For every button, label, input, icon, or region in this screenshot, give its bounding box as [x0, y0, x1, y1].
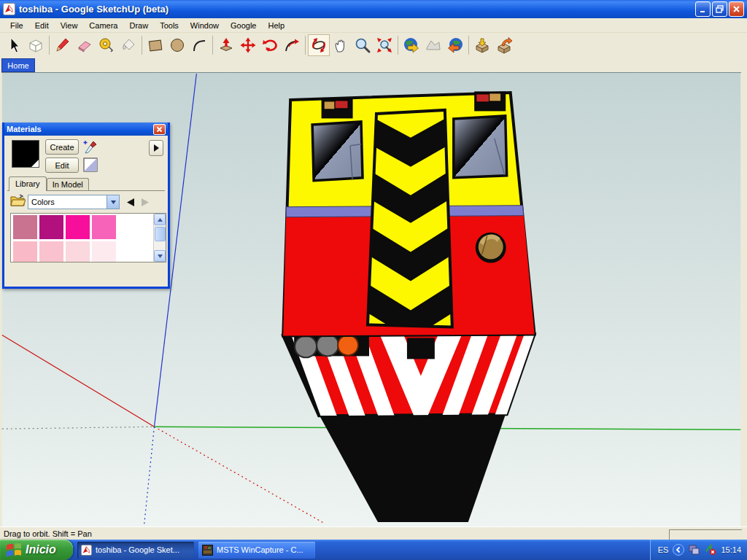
place-model-button[interactable] [444, 34, 466, 56]
rotate-tool-button[interactable] [259, 34, 281, 56]
toolbar [0, 33, 747, 58]
hide-tray-icons-chevron[interactable] [673, 544, 684, 556]
scene-tab-home[interactable]: Home [1, 58, 35, 72]
menu-window[interactable]: Window [185, 20, 225, 31]
color-swatch[interactable] [39, 241, 63, 262]
tab-library[interactable]: Library [9, 176, 47, 191]
menu-draw[interactable]: Draw [123, 20, 154, 31]
select-tool-button[interactable] [3, 34, 25, 56]
share-model-button[interactable] [493, 34, 515, 56]
dropdown-arrow-button[interactable] [107, 195, 119, 209]
restore-button[interactable] [712, 1, 727, 17]
color-swatch[interactable] [92, 241, 116, 262]
toggle-terrain-button[interactable] [422, 34, 444, 56]
materials-tabs: Library In Model [9, 176, 89, 191]
select-arrow-icon [5, 36, 23, 54]
library-back-button[interactable] [125, 197, 136, 207]
materials-close-button[interactable] [153, 124, 166, 135]
language-indicator[interactable]: ES [658, 545, 669, 554]
rectangle-tool-button[interactable] [144, 34, 166, 56]
pencil-icon [54, 36, 71, 54]
component-cube-icon [27, 36, 44, 54]
move-tool-button[interactable] [237, 34, 259, 56]
clock: 15:14 [721, 545, 741, 554]
google-earth-icon [403, 36, 420, 54]
network-disconnected-tray-icon[interactable] [705, 544, 716, 556]
taskbar: Inicio toshiba - Google Sket... MSTS Win [0, 540, 747, 560]
display-settings-tray-icon[interactable] [689, 544, 700, 556]
push-pull-tool-button[interactable] [215, 34, 237, 56]
start-button[interactable]: Inicio [0, 540, 73, 560]
status-bar: Drag to orbit. Shift = Pan [0, 526, 747, 540]
zoom-magnifier-icon [354, 36, 371, 54]
task-button-msts-wincapture[interactable]: MSTS WinCapture - C... [198, 542, 315, 559]
menu-help[interactable]: Help [262, 20, 290, 31]
library-forward-button[interactable] [140, 197, 150, 207]
paint-bucket-tool-button[interactable] [117, 34, 139, 56]
loco-left-window [312, 122, 363, 181]
close-button[interactable] [729, 1, 744, 17]
chevron-up-icon [158, 218, 163, 222]
minimize-button[interactable] [695, 1, 711, 17]
pan-tool-button[interactable] [330, 34, 352, 56]
open-library-folder-icon[interactable] [10, 194, 26, 207]
make-component-tool-button[interactable] [25, 34, 47, 56]
materials-panel: Materials Create Edit [2, 122, 170, 289]
task-button-label: toshiba - Google Sket... [96, 545, 179, 554]
edit-button-label: Edit [55, 161, 69, 170]
sample-paint-eyedropper-icon[interactable] [83, 139, 99, 155]
window-title: toshiba - Google SketchUp (beta) [19, 4, 694, 15]
color-swatch[interactable] [39, 215, 63, 239]
color-swatch[interactable] [13, 241, 37, 262]
details-arrow-button[interactable] [149, 140, 163, 156]
measurements-box[interactable] [669, 529, 742, 540]
tab-in-model[interactable]: In Model [47, 178, 89, 191]
desktop: toshiba - Google SketchUp (beta) File Ed… [0, 0, 747, 560]
materials-titlebar[interactable]: Materials [4, 122, 168, 136]
library-dropdown[interactable]: Colors [28, 195, 120, 209]
color-swatch[interactable] [66, 215, 90, 239]
close-icon [156, 126, 163, 133]
color-swatch[interactable] [13, 215, 37, 239]
menu-view[interactable]: View [55, 20, 84, 31]
get-models-button[interactable] [471, 34, 493, 56]
create-material-button[interactable]: Create [45, 139, 79, 155]
menu-file[interactable]: File [4, 20, 29, 31]
get-current-view-button[interactable] [400, 34, 422, 56]
menu-edit[interactable]: Edit [29, 20, 55, 31]
edit-material-button[interactable]: Edit [45, 158, 79, 173]
scroll-thumb[interactable] [155, 227, 166, 241]
color-swatch[interactable] [66, 241, 90, 262]
viewport: Materials Create Edit [0, 72, 747, 526]
scroll-down-button[interactable] [154, 250, 166, 262]
right-arrow-disabled-icon [142, 198, 149, 206]
menu-tools[interactable]: Tools [154, 20, 185, 31]
circle-icon [169, 36, 186, 54]
eraser-tool-button[interactable] [74, 34, 96, 56]
system-tray: ES 15:14 [650, 540, 747, 560]
zoom-tool-button[interactable] [352, 34, 374, 56]
start-button-label: Inicio [26, 543, 56, 556]
line-tool-button[interactable] [52, 34, 74, 56]
task-button-sketchup[interactable]: toshiba - Google Sket... [77, 542, 194, 559]
library-dropdown-value: Colors [28, 198, 107, 206]
preview-corner [31, 160, 39, 167]
loco-right-window [454, 116, 507, 178]
materials-title: Materials [7, 125, 153, 133]
zoom-extents-tool-button[interactable] [374, 34, 395, 56]
follow-me-tool-button[interactable] [281, 34, 303, 56]
color-swatch[interactable] [92, 215, 116, 239]
close-icon [732, 5, 740, 13]
scene-tabs-row: Home [0, 58, 747, 72]
rectangle-icon [147, 36, 164, 54]
swatch-scrollbar[interactable] [153, 214, 166, 262]
arc-tool-button[interactable] [188, 34, 210, 56]
scene-tab-home-label: Home [7, 61, 28, 70]
tape-measure-tool-button[interactable] [96, 34, 117, 56]
minimize-icon [699, 5, 707, 13]
circle-tool-button[interactable] [166, 34, 188, 56]
orbit-tool-button[interactable] [308, 34, 330, 56]
menu-camera[interactable]: Camera [83, 20, 123, 31]
scroll-up-button[interactable] [154, 214, 166, 225]
menu-google[interactable]: Google [225, 20, 262, 31]
